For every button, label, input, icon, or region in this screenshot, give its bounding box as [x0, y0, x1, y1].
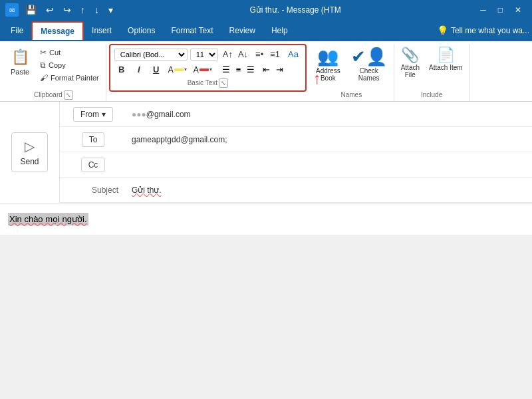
from-field-button[interactable]: From ▾ — [60, 104, 126, 124]
save-button[interactable]: 💾 — [23, 3, 39, 17]
red-arrow-indicator: ↑ — [313, 69, 321, 88]
bold-button[interactable]: B — [114, 63, 129, 76]
down-arrow-button[interactable]: ↓ — [92, 3, 102, 17]
lightbulb-icon: 💡 — [437, 25, 448, 36]
cut-button[interactable]: ✂ Cut — [37, 47, 102, 59]
subject-text: Gửi thư. — [132, 186, 162, 195]
outlook-icon: ✉ — [5, 3, 19, 17]
email-area: ▷ Send From ▾ ●●●@gmail.com — [0, 102, 532, 235]
cc-value[interactable] — [126, 162, 532, 168]
include-group: 📎 AttachFile 📄 Attach Item Include — [394, 44, 470, 101]
maximize-button[interactable]: □ — [493, 4, 508, 16]
font-family-select[interactable]: Calibri (Bod... — [114, 49, 188, 61]
clipboard-group-bottom: Clipboard ⤡ — [34, 90, 73, 100]
minimize-button[interactable]: ─ — [475, 4, 491, 16]
from-value[interactable]: ●●●@gmail.com — [126, 107, 532, 122]
list-buttons: ≡• ≡1 — [253, 48, 283, 61]
increase-indent-button[interactable]: ⇥ — [273, 63, 286, 76]
include-label: Include — [421, 91, 442, 100]
compose-wrapper: ▷ Send From ▾ ●●●@gmail.com — [0, 102, 532, 203]
from-label-inner[interactable]: From ▾ — [73, 107, 113, 122]
align-center-button[interactable]: ≡ — [233, 63, 244, 76]
copy-button[interactable]: ⧉ Copy — [37, 59, 102, 71]
undo-button[interactable]: ↩ — [43, 3, 57, 17]
subject-row: Subject Gửi thư. — [60, 178, 532, 203]
send-label: Send — [20, 157, 39, 166]
subject-value[interactable]: Gửi thư. — [126, 183, 532, 198]
up-arrow-button[interactable]: ↑ — [78, 3, 88, 17]
cut-label: Cut — [49, 49, 61, 57]
format-painter-label: Format Painter — [51, 74, 99, 82]
body-text: Xin chào mọi người. — [8, 213, 88, 225]
clipboard-expand-button[interactable]: ⤡ — [64, 90, 73, 100]
attach-item-label: Attach Item — [429, 64, 463, 71]
tab-review[interactable]: Review — [221, 22, 263, 39]
increase-font-size-button[interactable]: A↑ — [221, 49, 235, 60]
cc-label-inner[interactable]: Cc — [81, 158, 106, 172]
from-address-masked: ●●● — [132, 110, 146, 119]
tab-message[interactable]: Message — [31, 21, 84, 40]
subject-label: Subject — [60, 186, 126, 195]
to-field-button[interactable]: To — [60, 130, 126, 150]
font-color-indicator — [200, 68, 209, 71]
attach-item-button[interactable]: 📄 Attach Item — [426, 45, 466, 91]
cc-label: Cc — [88, 160, 98, 170]
bullet-list-button[interactable]: ≡• — [253, 48, 266, 61]
cut-icon: ✂ — [40, 48, 47, 57]
styles-button[interactable]: Aa — [285, 48, 301, 61]
italic-button[interactable]: I — [132, 63, 146, 76]
copy-label: Copy — [49, 61, 66, 69]
quick-access-dropdown[interactable]: ▾ — [106, 3, 116, 17]
format-painter-button[interactable]: 🖌 Format Painter — [37, 72, 102, 84]
ribbon: File Message Insert Options Format Text … — [0, 20, 532, 102]
check-names-icon: ✔👤 — [351, 47, 387, 67]
basic-text-group-bottom: Basic Text ⤡ — [114, 78, 301, 88]
basic-text-group: Calibri (Bod... 11 A↑ A↓ ≡• ≡1 Aa — [109, 44, 307, 92]
highlight-color-indicator — [174, 68, 184, 71]
cc-field-button[interactable]: Cc — [60, 155, 126, 175]
ribbon-content: 📋 Paste ✂ Cut ⧉ Copy 🖌 Format Painter — [0, 41, 532, 101]
send-button[interactable]: ▷ Send — [11, 132, 47, 172]
align-left-button[interactable]: ☰ — [219, 63, 233, 76]
decrease-indent-button[interactable]: ⇤ — [260, 63, 273, 76]
attach-file-button[interactable]: 📎 AttachFile — [398, 45, 422, 91]
include-group-bottom: Include — [421, 91, 442, 100]
paste-button[interactable]: 📋 Paste — [5, 45, 35, 77]
fields-panel: From ▾ ●●●@gmail.com To gameapptgdd@gmai… — [60, 102, 532, 203]
tab-help[interactable]: Help — [263, 22, 296, 39]
clipboard-label: Clipboard — [34, 91, 63, 100]
names-label: Names — [340, 91, 362, 100]
clipboard-group: 📋 Paste ✂ Cut ⧉ Copy 🖌 Format Painter — [1, 44, 106, 101]
email-body[interactable]: Xin chào mọi người. — [0, 203, 532, 235]
window-controls: ─ □ ✕ — [475, 4, 527, 16]
check-names-button[interactable]: ✔👤 CheckNames — [348, 45, 390, 91]
decrease-font-size-button[interactable]: A↓ — [236, 49, 250, 60]
font-size-buttons: A↑ A↓ — [221, 49, 250, 60]
font-color-button[interactable]: A ▾ — [192, 65, 214, 75]
basic-text-wrapper: Calibri (Bod... 11 A↑ A↓ ≡• ≡1 Aa — [106, 44, 309, 101]
cc-row: Cc — [60, 152, 532, 178]
font-row: Calibri (Bod... 11 A↑ A↓ ≡• ≡1 Aa — [114, 48, 301, 61]
tabs-row: File Message Insert Options Format Text … — [0, 20, 532, 41]
search-text[interactable]: Tell me what you wa... — [451, 26, 529, 35]
basic-text-expand-button[interactable]: ⤡ — [219, 78, 228, 88]
names-group: 👥 AddressBook ✔👤 CheckNames Names — [309, 44, 394, 101]
close-button[interactable]: ✕ — [509, 4, 527, 16]
tab-options[interactable]: Options — [120, 22, 163, 39]
attach-item-icon: 📄 — [437, 47, 455, 64]
format-row: B I U A ▾ A ▾ ☰ ≡ — [114, 63, 301, 76]
align-right-button[interactable]: ☰ — [244, 63, 257, 76]
to-label-inner[interactable]: To — [82, 132, 105, 147]
highlight-color-button[interactable]: A ▾ — [166, 65, 189, 75]
names-items: 👥 AddressBook ✔👤 CheckNames — [313, 45, 390, 91]
to-value[interactable]: gameapptgdd@gmail.com; — [126, 132, 532, 147]
send-arrow-icon: ▷ — [25, 138, 35, 154]
check-names-label: CheckNames — [358, 67, 380, 82]
tab-insert[interactable]: Insert — [84, 22, 120, 39]
tab-format-text[interactable]: Format Text — [163, 22, 221, 39]
font-size-select[interactable]: 11 — [190, 49, 218, 61]
redo-button[interactable]: ↪ — [61, 3, 74, 17]
tab-file[interactable]: File — [3, 22, 31, 39]
underline-button[interactable]: U — [149, 63, 164, 76]
numbered-list-button[interactable]: ≡1 — [267, 48, 283, 61]
